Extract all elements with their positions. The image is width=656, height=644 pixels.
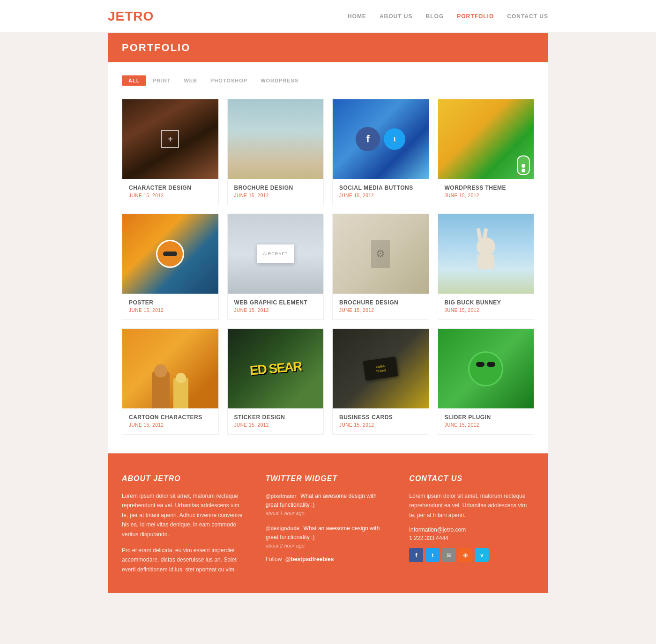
portfolio-thumb: ⚙ <box>333 214 429 294</box>
portfolio-item-date: JUNE 15, 2012 <box>339 422 422 428</box>
portfolio-grid: + CHARACTER DESIGN JUNE 15, 2012 BROCHUR… <box>122 99 534 435</box>
filter-wordpress[interactable]: WORDPRESS <box>254 75 305 86</box>
portfolio-item[interactable]: AIRCRAFT WEB GRAPHIC ELEMENT JUNE 15, 20… <box>227 214 324 320</box>
portfolio-item[interactable]: CARTOON CHARACTERS JUNE 15, 2012 <box>122 328 219 435</box>
nav-contact[interactable]: CONTACT US <box>507 13 548 20</box>
overlay-plus-icon: + <box>161 130 179 148</box>
portfolio-info: CARTOON CHARACTERS JUNE 15, 2012 <box>122 408 218 434</box>
footer-contact-para: Lorem ipsum dolor sit amet, malorum rect… <box>409 491 534 520</box>
portfolio-item-title: CARTOON CHARACTERS <box>129 414 212 421</box>
logo: JETRO <box>108 9 154 24</box>
portfolio-thumb <box>228 99 324 179</box>
portfolio-thumb <box>122 214 218 294</box>
portfolio-item[interactable]: + CHARACTER DESIGN JUNE 15, 2012 <box>122 99 219 205</box>
main-nav: HOME ABOUT US BLOG PORTFOLIO CONTACT US <box>348 13 548 20</box>
portfolio-thumb <box>438 214 534 294</box>
social-icons: f t ✉ ⊕ v <box>409 548 534 562</box>
filter-print[interactable]: PRINT <box>146 75 177 86</box>
portfolio-item-title: CHARACTER DESIGN <box>129 185 212 191</box>
portfolio-item[interactable]: f t SOCIAL MEDIA BUTTONS JUNE 15, 2012 <box>332 99 429 205</box>
portfolio-item[interactable]: BIG BUCK BUNNEY JUNE 15, 2012 <box>438 214 535 320</box>
portfolio-item[interactable]: ⚙ BROCHURE DESIGN JUNE 15, 2012 <box>332 214 429 320</box>
hero-banner: PORTFOLIO <box>108 33 548 62</box>
twitter-item-1: @pixelmater What an awesome design with … <box>266 491 391 516</box>
portfolio-info: BUSINESS CARDS JUNE 15, 2012 <box>333 408 429 434</box>
portfolio-item-title: SLIDER PLUGIN <box>445 414 528 421</box>
nav-portfolio[interactable]: PORTFOLIO <box>457 13 494 20</box>
portfolio-thumb: ED SEAR <box>228 329 324 408</box>
twitter-follow: Follow @bestpsdfreebies <box>266 556 391 563</box>
portfolio-info: SLIDER PLUGIN JUNE 15, 2012 <box>438 408 534 434</box>
social-twitter-icon[interactable]: t <box>425 548 440 562</box>
portfolio-item-title: BUSINESS CARDS <box>339 414 422 421</box>
social-rss-icon[interactable]: ⊕ <box>458 548 472 562</box>
portfolio-info: SOCIAL MEDIA BUTTONS JUNE 15, 2012 <box>333 179 429 205</box>
logo-jet: JET <box>108 9 133 23</box>
portfolio-thumb <box>122 329 218 408</box>
portfolio-thumb: f t <box>333 99 429 179</box>
social-facebook-icon[interactable]: f <box>409 548 423 562</box>
portfolio-info: CHARACTER DESIGN JUNE 15, 2012 <box>122 179 218 205</box>
portfolio-item[interactable]: POSTER JUNE 15, 2012 <box>122 214 219 320</box>
portfolio-thumb: AIRCRAFT <box>228 214 324 294</box>
portfolio-item-title: SOCIAL MEDIA BUTTONS <box>339 185 422 191</box>
filter-tabs: ALL PRINT WEB PHOTOSHOP WORDPRESS <box>122 75 534 86</box>
portfolio-item-date: JUNE 15, 2012 <box>339 308 422 313</box>
contact-phone: 1.222.333.4444 <box>409 535 534 541</box>
portfolio-item-title: BIG BUCK BUNNEY <box>445 299 528 306</box>
portfolio-thumb <box>438 99 534 179</box>
portfolio-info: BIG BUCK BUNNEY JUNE 15, 2012 <box>438 294 534 319</box>
portfolio-item[interactable]: WORDPRESS THEME JUNE 15, 2012 <box>438 99 535 205</box>
portfolio-item[interactable]: SLIDER PLUGIN JUNE 15, 2012 <box>438 328 535 435</box>
nav-blog[interactable]: BLOG <box>426 13 444 20</box>
portfolio-item-date: JUNE 15, 2012 <box>445 308 528 313</box>
portfolio-info: BROCHURE DESIGN JUNE 15, 2012 <box>228 179 324 205</box>
portfolio-item[interactable]: CollisTa'eed BUSINESS CARDS JUNE 15, 201… <box>332 328 429 435</box>
footer-twitter: TWITTER WIDGET @pixelmater What an aweso… <box>266 474 391 574</box>
portfolio-info: POSTER JUNE 15, 2012 <box>122 294 218 319</box>
portfolio-info: BROCHURE DESIGN JUNE 15, 2012 <box>333 294 429 319</box>
portfolio-item[interactable]: BROCHURE DESIGN JUNE 15, 2012 <box>227 99 324 205</box>
portfolio-item-title: BROCHURE DESIGN <box>339 299 422 306</box>
portfolio-item-date: JUNE 15, 2012 <box>129 193 212 198</box>
portfolio-info: STICKER DESIGN JUNE 15, 2012 <box>228 408 324 434</box>
portfolio-item-title: BROCHURE DESIGN <box>234 185 317 191</box>
portfolio-item-date: JUNE 15, 2012 <box>234 193 317 198</box>
twitter-item-2: @designdude What an awesome design with … <box>266 524 391 548</box>
tweet1-handle: @pixelmater <box>266 493 297 499</box>
footer-twitter-title: TWITTER WIDGET <box>266 474 391 483</box>
logo-ro: RO <box>133 9 154 23</box>
tweet1-time: about 1 hour ago <box>266 511 391 516</box>
social-vimeo-icon[interactable]: v <box>475 548 489 562</box>
main-content: ALL PRINT WEB PHOTOSHOP WORDPRESS + CHAR… <box>108 62 548 453</box>
portfolio-item-date: JUNE 15, 2012 <box>445 193 528 198</box>
nav-home[interactable]: HOME <box>348 13 366 20</box>
footer-about: ABOUT JETRO Lorem ipsum dolor sit amet, … <box>122 474 247 574</box>
portfolio-info: WORDPRESS THEME JUNE 15, 2012 <box>438 179 534 205</box>
portfolio-item-date: JUNE 15, 2012 <box>234 308 317 313</box>
filter-photoshop[interactable]: PHOTOSHOP <box>204 75 254 86</box>
filter-all[interactable]: ALL <box>122 75 146 86</box>
portfolio-item[interactable]: ED SEAR STICKER DESIGN JUNE 15, 2012 <box>227 328 324 435</box>
portfolio-item-date: JUNE 15, 2012 <box>129 422 212 428</box>
header: JETRO HOME ABOUT US BLOG PORTFOLIO CONTA… <box>0 0 656 33</box>
page-title: PORTFOLIO <box>122 42 534 54</box>
footer: ABOUT JETRO Lorem ipsum dolor sit amet, … <box>108 453 548 593</box>
tweet2-time: about 2 hour ago <box>266 543 391 548</box>
social-email-icon[interactable]: ✉ <box>442 548 456 562</box>
portfolio-item-date: JUNE 15, 2012 <box>445 422 528 428</box>
footer-contact: CONTACT US Lorem ipsum dolor sit amet, m… <box>409 474 534 574</box>
nav-about[interactable]: ABOUT US <box>380 13 413 20</box>
contact-email: information@jetro.com <box>409 526 534 533</box>
portfolio-thumb: + <box>122 99 218 179</box>
portfolio-thumb: CollisTa'eed <box>333 329 429 408</box>
footer-about-para1: Lorem ipsum dolor sit amet, malorum rect… <box>122 491 247 539</box>
filter-web[interactable]: WEB <box>177 75 204 86</box>
footer-about-title: ABOUT JETRO <box>122 474 247 483</box>
portfolio-item-title: WEB GRAPHIC ELEMENT <box>234 299 317 306</box>
portfolio-item-date: JUNE 15, 2012 <box>129 308 212 313</box>
portfolio-item-title: STICKER DESIGN <box>234 414 317 421</box>
portfolio-item-date: JUNE 15, 2012 <box>234 422 317 428</box>
tweet2-handle: @designdude <box>266 526 299 531</box>
portfolio-thumb <box>438 329 534 408</box>
